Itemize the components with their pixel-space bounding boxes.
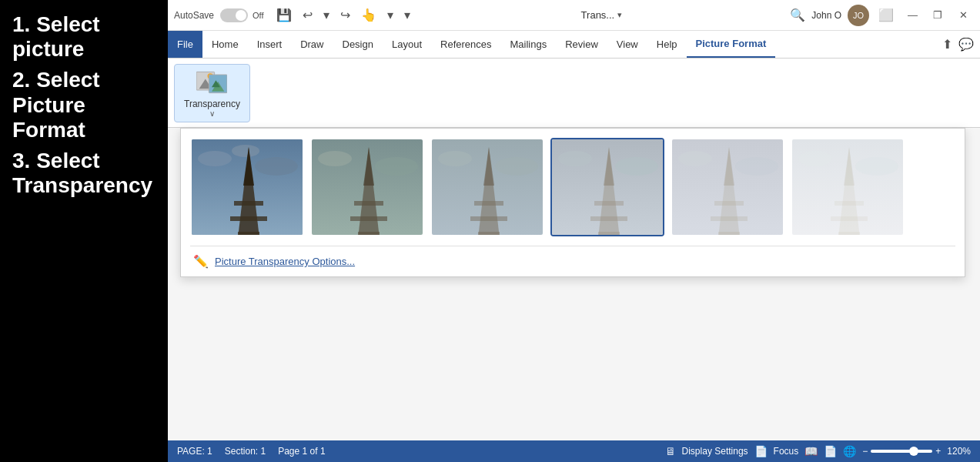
svg-rect-44 — [714, 201, 744, 206]
preset-40-percent[interactable] — [430, 138, 544, 236]
svg-point-48 — [798, 151, 832, 166]
autosave-label: AutoSave — [174, 10, 214, 21]
transparency-options-link[interactable]: Picture Transparency Options... — [215, 256, 355, 267]
menu-help[interactable]: Help — [647, 31, 687, 58]
svg-rect-36 — [594, 201, 624, 206]
title-bar: AutoSave Off 💾 ↩ ▾ ↪ 👆 ▾ ▾ Trans... ▾ 🔍 … — [168, 0, 980, 31]
toggle-state: Off — [253, 11, 263, 20]
content-area: ✏️ Picture Transparency Options... — [168, 128, 980, 440]
menu-review[interactable]: Review — [556, 31, 607, 58]
doc-title-dropdown[interactable]: ▾ — [617, 10, 622, 20]
zoom-level[interactable]: 120% — [947, 446, 971, 457]
menu-mailings[interactable]: Mailings — [501, 31, 557, 58]
menu-picture-format[interactable]: Picture Format — [687, 31, 776, 58]
svg-rect-38 — [598, 232, 620, 236]
preset-0-percent[interactable] — [190, 138, 304, 236]
read-mode-icon[interactable]: 📖 — [804, 445, 818, 457]
preset-img-4 — [672, 139, 783, 235]
svg-rect-46 — [718, 232, 740, 236]
eiffel-svg-0 — [192, 139, 304, 236]
focus-icon[interactable]: 📄 — [754, 445, 768, 457]
restore-button[interactable]: ❐ — [928, 9, 947, 21]
menu-references[interactable]: References — [431, 31, 500, 58]
svg-point-7 — [198, 151, 232, 166]
svg-point-24 — [438, 151, 472, 166]
touch-icon[interactable]: 👆 — [358, 6, 380, 24]
eiffel-svg-4 — [672, 139, 784, 236]
eiffel-svg-5 — [792, 139, 905, 236]
svg-rect-14 — [238, 232, 259, 236]
zoom-slider[interactable] — [871, 450, 932, 453]
minimize-button[interactable]: — — [903, 9, 922, 21]
title-center: Trans... ▾ — [418, 9, 786, 21]
menu-insert[interactable]: Insert — [248, 31, 292, 58]
focus-label[interactable]: Focus — [774, 446, 799, 457]
svg-rect-54 — [838, 232, 860, 236]
options-link-row[interactable]: ✏️ Picture Transparency Options... — [190, 246, 955, 276]
svg-rect-45 — [711, 216, 748, 221]
doc-title: Trans... — [581, 9, 615, 21]
preset-img-2 — [432, 139, 543, 235]
svg-point-41 — [735, 157, 778, 176]
preset-75-percent[interactable] — [671, 138, 784, 236]
menu-layout[interactable]: Layout — [383, 31, 431, 58]
svg-rect-29 — [470, 216, 507, 221]
transparency-button[interactable]: Transparency ∨ — [174, 64, 250, 122]
layout-icon[interactable]: ⬜ — [875, 6, 897, 24]
preset-img-5 — [792, 139, 903, 235]
status-bar: PAGE: 1 Section: 1 Page 1 of 1 🖥 Display… — [168, 440, 980, 462]
search-icon[interactable]: 🔍 — [790, 8, 805, 22]
menu-home[interactable]: Home — [202, 31, 248, 58]
undo-dropdown-icon[interactable]: ▾ — [320, 6, 333, 24]
preset-85-percent[interactable] — [791, 138, 905, 236]
comment-icon[interactable]: 💬 — [958, 37, 974, 52]
eiffel-svg-3 — [552, 139, 664, 236]
svg-rect-13 — [230, 216, 267, 221]
autosave-toggle[interactable] — [220, 8, 248, 22]
svg-point-49 — [855, 157, 898, 176]
zoom-plus[interactable]: + — [935, 446, 941, 457]
status-page: PAGE: 1 — [177, 446, 212, 457]
menu-view[interactable]: View — [607, 31, 647, 58]
zoom-slider-container[interactable]: − + — [862, 446, 941, 457]
menu-draw[interactable]: Draw — [291, 31, 333, 58]
menu-file[interactable]: File — [168, 31, 202, 58]
svg-rect-12 — [234, 201, 263, 206]
svg-point-33 — [615, 157, 658, 176]
close-button[interactable]: ✕ — [953, 9, 974, 21]
toggle-knob — [236, 10, 246, 21]
menu-design[interactable]: Design — [333, 31, 383, 58]
menu-bar: File Home Insert Draw Design Layout Refe… — [168, 31, 980, 59]
display-settings-icon[interactable]: 🖥 — [665, 445, 676, 457]
share-icon[interactable]: ⬆ — [942, 37, 952, 52]
transparency-label: Transparency — [184, 99, 240, 109]
save-icon[interactable]: 💾 — [273, 6, 295, 24]
status-page-count: Page 1 of 1 — [278, 446, 325, 457]
status-right: 🖥 Display Settings 📄 Focus 📖 📄 🌐 − + 120… — [665, 445, 971, 457]
redo-icon[interactable]: ↪ — [337, 6, 353, 24]
display-settings-label[interactable]: Display Settings — [682, 446, 748, 457]
svg-point-8 — [255, 157, 298, 176]
svg-rect-52 — [835, 201, 864, 206]
svg-point-25 — [495, 157, 538, 176]
title-right: 🔍 John O JO ⬜ — ❐ ✕ — [790, 5, 974, 26]
web-layout-icon[interactable]: 🌐 — [843, 445, 856, 457]
svg-rect-37 — [590, 216, 627, 221]
instruction-3: 3. Select Transparency — [12, 149, 156, 198]
avatar: JO — [848, 5, 869, 26]
preset-60-percent[interactable] — [550, 138, 664, 236]
print-layout-icon[interactable]: 📄 — [824, 445, 837, 457]
preset-img-1 — [312, 139, 423, 235]
ribbon-adjust-group: Transparency ∨ — [174, 64, 250, 122]
menu-spacer — [775, 31, 942, 58]
zoom-minus[interactable]: − — [862, 446, 868, 457]
undo-icon[interactable]: ↩ — [299, 6, 316, 24]
qat-icon[interactable]: ▾ — [401, 6, 413, 24]
touch-dropdown-icon[interactable]: ▾ — [384, 6, 396, 24]
menu-right-icons: ⬆ 💬 — [942, 31, 980, 58]
svg-rect-28 — [474, 201, 503, 206]
preset-20-percent[interactable] — [310, 138, 424, 236]
eiffel-svg-1 — [312, 139, 424, 236]
svg-point-32 — [558, 151, 592, 166]
transparency-dropdown-panel: ✏️ Picture Transparency Options... — [180, 128, 965, 277]
